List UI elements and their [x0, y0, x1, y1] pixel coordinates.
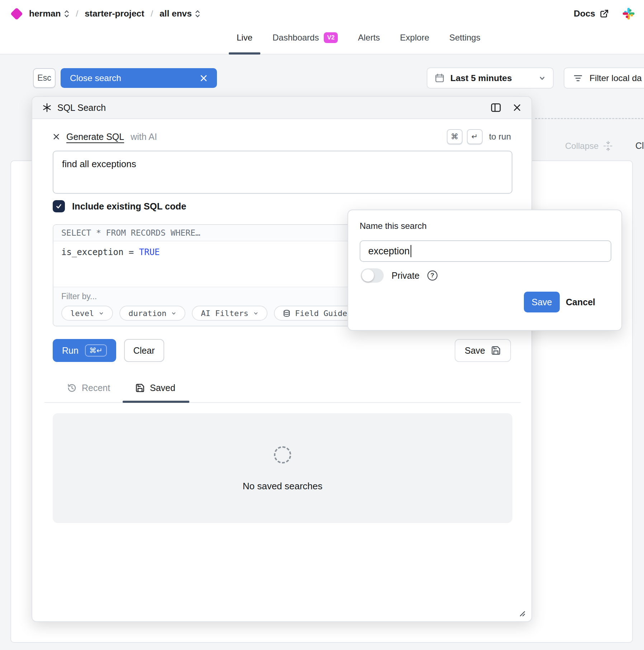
breadcrumb-environment[interactable]: all envs — [160, 9, 200, 19]
name-search-popover: Name this search exception Private ? Sav… — [347, 209, 622, 331]
include-sql-label[interactable]: Include existing SQL code — [72, 201, 186, 212]
docs-link[interactable]: Docs — [574, 9, 609, 19]
save-floppy-icon — [135, 383, 145, 393]
panel-split-icon — [491, 102, 501, 113]
resize-handle-icon[interactable] — [518, 609, 526, 617]
filter-local-button[interactable]: Filter local da — [564, 67, 644, 89]
selector-icon — [64, 9, 70, 18]
private-label: Private — [392, 270, 420, 281]
database-icon — [283, 310, 290, 317]
search-name-value: exception — [368, 246, 410, 257]
include-sql-checkbox[interactable] — [53, 200, 65, 212]
tab-dashboards[interactable]: Dashboards V2 — [265, 21, 346, 55]
run-button[interactable]: Run ⌘↵ — [53, 339, 116, 362]
clipped-button-label[interactable]: Cl — [635, 141, 644, 151]
active-tab-underline — [229, 52, 260, 55]
panel-title: SQL Search — [57, 103, 106, 113]
saved-tab-underline — [123, 401, 189, 403]
ai-prompt-input[interactable]: find all exceptions — [53, 151, 512, 194]
breadcrumb-separator: / — [75, 9, 80, 19]
tab-settings[interactable]: Settings — [441, 21, 488, 55]
filter-icon — [573, 73, 583, 83]
close-search-button[interactable]: Close search — [61, 68, 217, 88]
chip-label: duration — [128, 309, 166, 318]
tab-explore[interactable]: Explore — [392, 21, 437, 55]
app-header: herman / starter-project / all envs Live… — [0, 0, 644, 55]
tab-settings-label: Settings — [449, 33, 480, 43]
chip-label: Field Guide — [295, 309, 347, 318]
saved-searches-empty-state: No saved searches — [53, 413, 512, 523]
help-question-icon[interactable]: ? — [427, 270, 437, 281]
popover-title: Name this search — [360, 221, 427, 231]
save-floppy-icon — [491, 345, 501, 355]
tab-recent-label: Recent — [82, 383, 110, 393]
chevron-down-icon — [253, 311, 259, 316]
calendar-icon — [435, 73, 445, 83]
tab-live[interactable]: Live — [229, 21, 260, 55]
private-toggle[interactable] — [361, 268, 384, 283]
close-icon — [200, 74, 208, 82]
sql-panel-header: SQL Search — [32, 97, 531, 119]
open-side-panel-button[interactable] — [491, 102, 501, 113]
close-panel-button[interactable] — [513, 103, 521, 112]
collapse-button[interactable]: Collapse — [565, 140, 614, 152]
chevron-down-icon — [539, 75, 546, 82]
tab-saved-label: Saved — [150, 383, 175, 393]
breadcrumb-org[interactable]: herman — [29, 9, 70, 19]
tab-recent[interactable]: Recent — [67, 383, 110, 393]
breadcrumb: herman / starter-project / all envs — [10, 0, 200, 27]
chevron-down-icon — [99, 311, 104, 316]
time-range-value: Last 5 minutes — [450, 73, 533, 83]
enter-keycap: ↵ — [467, 129, 483, 144]
popover-cancel-button[interactable]: Cancel — [563, 292, 598, 312]
field-guide-chip[interactable]: Field Guide — [274, 306, 356, 321]
esc-keycap[interactable]: Esc — [33, 68, 56, 88]
slack-icon[interactable] — [622, 8, 635, 20]
chip-label: AI Filters — [201, 309, 248, 318]
generate-sql-suffix: with AI — [131, 132, 157, 142]
to-run-hint: to run — [489, 132, 511, 142]
history-icon — [67, 383, 77, 393]
tab-saved[interactable]: Saved — [135, 383, 175, 393]
filter-chip-ai-filters[interactable]: AI Filters — [192, 306, 267, 321]
chart-skeleton-line — [535, 118, 643, 119]
breadcrumb-project[interactable]: starter-project — [85, 9, 144, 19]
empty-dashed-circle-icon — [274, 446, 291, 463]
filter-chip-duration[interactable]: duration — [119, 306, 185, 321]
text-cursor — [411, 245, 412, 257]
tab-dashboards-label: Dashboards — [273, 33, 319, 43]
sql-search-panel: SQL Search Generate SQL with AI — [32, 96, 532, 622]
run-shortcut-keys: ⌘↵ — [85, 344, 107, 357]
popover-save-button[interactable]: Save — [524, 292, 560, 312]
filter-chip-level[interactable]: level — [61, 306, 113, 321]
sql-code-text: is_exception = — [61, 247, 139, 257]
tab-alerts[interactable]: Alerts — [350, 21, 388, 55]
chip-label: level — [70, 309, 94, 318]
tabs-divider — [44, 402, 521, 403]
close-search-label: Close search — [70, 73, 121, 83]
v2-badge: V2 — [324, 32, 338, 43]
tab-live-label: Live — [237, 33, 252, 43]
run-label: Run — [62, 345, 79, 356]
save-search-button[interactable]: Save — [455, 339, 511, 362]
generate-sql-link[interactable]: Generate SQL — [66, 132, 124, 142]
close-icon — [513, 103, 521, 112]
external-link-icon — [600, 9, 609, 18]
dismiss-generate-button[interactable] — [53, 133, 60, 140]
tab-alerts-label: Alerts — [358, 33, 380, 43]
sql-code-keyword: TRUE — [139, 247, 160, 257]
include-sql-row: Include existing SQL code — [53, 200, 186, 212]
collapse-icon — [603, 141, 614, 151]
toggle-knob — [362, 269, 374, 282]
editor-actions-row: Run ⌘↵ Clear Save — [53, 339, 511, 362]
close-icon — [53, 133, 60, 140]
sparkle-asterisk-icon — [42, 103, 52, 112]
time-range-select[interactable]: Last 5 minutes — [427, 67, 554, 89]
check-icon — [55, 203, 62, 210]
breadcrumb-separator: / — [149, 9, 155, 19]
search-name-input[interactable]: exception — [360, 240, 611, 262]
app-root: herman / starter-project / all envs Live… — [0, 0, 644, 650]
docs-label: Docs — [574, 9, 595, 19]
breadcrumb-project-label: starter-project — [85, 9, 144, 19]
clear-button[interactable]: Clear — [124, 339, 164, 362]
